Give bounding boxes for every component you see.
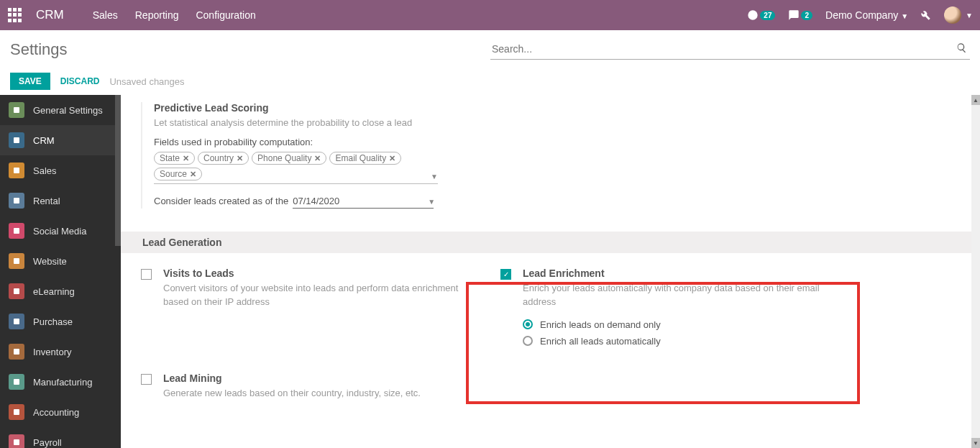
sidebar-item-label: Sales bbox=[33, 165, 57, 176]
pls-tag: State ✕ bbox=[154, 152, 195, 165]
visits-title: Visits to Leads bbox=[163, 268, 479, 279]
sidebar-item-label: Inventory bbox=[33, 347, 71, 357]
tags-dropdown-caret-icon[interactable]: ▼ bbox=[431, 173, 438, 180]
discuss-indicator[interactable]: 2 bbox=[788, 9, 812, 21]
enrich-radio-automatic[interactable]: Enrich all leads automatically bbox=[523, 336, 838, 347]
sidebar-item-label: Payroll bbox=[33, 437, 62, 448]
tag-remove-icon[interactable]: ✕ bbox=[237, 154, 243, 163]
chat-icon bbox=[788, 9, 800, 21]
settings-content: Predictive Lead Scoring Let statistical … bbox=[121, 95, 971, 448]
radio-icon bbox=[523, 336, 533, 346]
scroll-down-button[interactable]: ▼ bbox=[971, 438, 980, 448]
unsaved-status: Unsaved changes bbox=[109, 76, 184, 87]
sidebar-item-label: Website bbox=[33, 256, 67, 267]
svg-rect-5 bbox=[14, 258, 19, 264]
pls-tag: Email Quality ✕ bbox=[329, 152, 401, 165]
enrich-title: Lead Enrichment bbox=[523, 268, 838, 279]
enrich-radio-on-demand[interactable]: Enrich leads on demand only bbox=[523, 319, 838, 330]
sidebar-item-rental[interactable]: Rental bbox=[0, 186, 121, 216]
search-icon[interactable] bbox=[956, 42, 967, 53]
pls-title: Predictive Lead Scoring bbox=[154, 102, 463, 114]
breadcrumb-bar: Settings bbox=[0, 30, 980, 68]
nav-configuration[interactable]: Configuration bbox=[196, 9, 255, 21]
svg-rect-4 bbox=[14, 228, 19, 234]
sidebar-item-label: CRM bbox=[33, 135, 55, 146]
tag-remove-icon[interactable]: ✕ bbox=[190, 170, 196, 179]
enrich-desc: Enrich your leads automatically with com… bbox=[523, 282, 838, 309]
app-brand[interactable]: CRM bbox=[36, 8, 64, 22]
svg-rect-8 bbox=[14, 349, 19, 355]
app-icon bbox=[9, 344, 24, 360]
setting-visits-to-leads: Visits to Leads Convert visitors of your… bbox=[141, 268, 479, 352]
tag-remove-icon[interactable]: ✕ bbox=[183, 154, 189, 163]
svg-rect-11 bbox=[14, 439, 19, 445]
setting-lead-enrichment: ✓ Lead Enrichment Enrich your leads auto… bbox=[500, 268, 838, 352]
debug-wrench-icon[interactable] bbox=[920, 9, 931, 21]
nav-sales[interactable]: Sales bbox=[93, 9, 118, 21]
app-icon bbox=[9, 223, 24, 239]
pls-tag: Source ✕ bbox=[154, 168, 202, 180]
tag-remove-icon[interactable]: ✕ bbox=[389, 154, 395, 163]
sidebar-item-label: Accounting bbox=[33, 407, 79, 418]
radio-icon bbox=[523, 319, 533, 329]
user-caret-icon: ▼ bbox=[966, 12, 973, 19]
pls-tag: Country ✕ bbox=[198, 152, 249, 165]
sidebar-item-purchase[interactable]: Purchase bbox=[0, 306, 121, 337]
sidebar-item-payroll[interactable]: Payroll bbox=[0, 427, 121, 448]
svg-rect-2 bbox=[14, 168, 19, 173]
sidebar-item-accounting[interactable]: Accounting bbox=[0, 397, 121, 427]
sidebar-item-manufacturing[interactable]: Manufacturing bbox=[0, 367, 121, 397]
pls-tag: Phone Quality ✕ bbox=[252, 152, 326, 165]
app-icon bbox=[9, 283, 24, 299]
sidebar-item-crm[interactable]: CRM bbox=[0, 125, 121, 155]
app-icon bbox=[9, 253, 24, 269]
sidebar-item-inventory[interactable]: Inventory bbox=[0, 337, 121, 367]
mining-checkbox[interactable] bbox=[141, 374, 152, 385]
scroll-up-button[interactable]: ▲ bbox=[971, 95, 980, 105]
page-title: Settings bbox=[10, 40, 68, 59]
activity-indicator[interactable]: 27 bbox=[747, 9, 775, 21]
mining-desc: Generate new leads based on their countr… bbox=[163, 387, 421, 401]
svg-rect-6 bbox=[14, 288, 19, 294]
search-input[interactable] bbox=[490, 39, 970, 60]
user-avatar[interactable] bbox=[944, 6, 961, 24]
sidebar-item-sales[interactable]: Sales bbox=[0, 155, 121, 186]
apps-grid-icon[interactable] bbox=[7, 7, 23, 23]
company-selector[interactable]: Demo Company▼ bbox=[825, 9, 908, 21]
discuss-badge: 2 bbox=[801, 11, 812, 20]
svg-rect-10 bbox=[14, 409, 19, 415]
top-navbar: CRM Sales Reporting Configuration 27 2 D… bbox=[0, 0, 980, 30]
tag-remove-icon[interactable]: ✕ bbox=[314, 154, 321, 163]
app-icon bbox=[9, 132, 24, 148]
pls-desc: Let statistical analysis determine the p… bbox=[154, 116, 463, 129]
svg-rect-7 bbox=[14, 319, 19, 324]
enrich-radio-group: Enrich leads on demand only Enrich all l… bbox=[523, 319, 838, 347]
sidebar-item-general-settings[interactable]: General Settings bbox=[0, 95, 121, 125]
nav-reporting[interactable]: Reporting bbox=[135, 9, 179, 21]
app-icon bbox=[9, 404, 24, 420]
sidebar-item-label: General Settings bbox=[33, 105, 103, 116]
clock-icon bbox=[747, 9, 759, 21]
svg-rect-3 bbox=[14, 198, 19, 204]
settings-sidebar: General SettingsCRMSalesRentalSocial Med… bbox=[0, 95, 121, 448]
sidebar-item-label: eLearning bbox=[33, 286, 75, 297]
sidebar-item-elearning[interactable]: eLearning bbox=[0, 276, 121, 306]
app-icon bbox=[9, 102, 24, 118]
visits-checkbox[interactable] bbox=[141, 269, 152, 280]
scrollbar-track[interactable] bbox=[971, 95, 980, 448]
sidebar-item-label: Social Media bbox=[33, 226, 86, 237]
sidebar-item-social-media[interactable]: Social Media bbox=[0, 216, 121, 246]
pls-date-input[interactable]: 07/14/2020 bbox=[293, 194, 434, 209]
mining-title: Lead Mining bbox=[163, 372, 421, 384]
sidebar-item-website[interactable]: Website bbox=[0, 246, 121, 276]
pls-tags-input[interactable]: State ✕Country ✕Phone Quality ✕Email Qua… bbox=[154, 152, 438, 184]
pls-date-label: Consider leads created as of the bbox=[154, 196, 288, 206]
company-name: Demo Company bbox=[825, 9, 898, 21]
enrich-checkbox[interactable]: ✓ bbox=[500, 269, 511, 280]
svg-rect-9 bbox=[14, 379, 19, 385]
app-icon bbox=[9, 374, 24, 390]
discard-button[interactable]: DISCARD bbox=[60, 76, 100, 86]
svg-rect-1 bbox=[14, 137, 19, 143]
save-button[interactable]: SAVE bbox=[10, 73, 50, 90]
app-icon bbox=[9, 314, 24, 329]
